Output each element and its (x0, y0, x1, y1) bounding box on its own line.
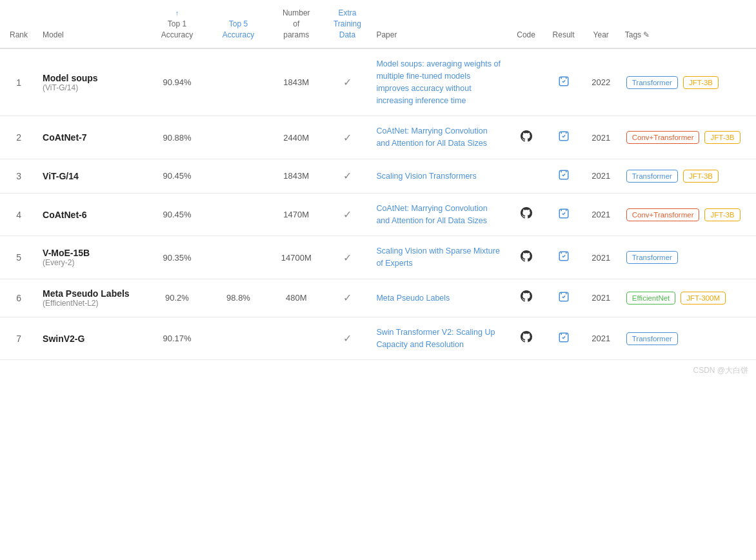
tag-badge[interactable]: JFT-300M (681, 292, 726, 305)
top1-label: Top 1Accuracy (152, 19, 203, 41)
github-icon[interactable] (521, 252, 532, 265)
tag-badge[interactable]: JFT-3B (683, 76, 719, 89)
params-cell: 1470M (269, 193, 323, 236)
col-header-top5[interactable]: Top 5Accuracy (208, 0, 269, 48)
model-cell: CoAtNet-6 (37, 193, 146, 236)
paper-cell[interactable]: Model soups: averaging weights of multip… (371, 48, 507, 116)
result-cell[interactable] (545, 116, 582, 159)
model-name: V-MoE-15B (43, 248, 90, 258)
github-icon[interactable] (521, 132, 532, 145)
code-cell[interactable] (508, 279, 545, 317)
params-cell: 2440M (269, 116, 323, 159)
top1-cell: 90.17% (146, 317, 208, 360)
result-cell[interactable] (545, 48, 582, 116)
tag-badge[interactable]: EfficientNet (626, 292, 676, 305)
rank-cell: 5 (0, 236, 37, 279)
code-cell[interactable] (508, 317, 545, 360)
tag-badge[interactable]: Transformer (626, 332, 678, 345)
model-cell: Model soups(ViT-G/14) (37, 48, 146, 116)
top5-cell: 98.8% (208, 279, 269, 317)
code-cell[interactable] (508, 116, 545, 159)
result-icon[interactable] (558, 253, 570, 264)
model-sub: (EfficientNet-L2) (43, 299, 141, 308)
table-row: 5V-MoE-15B(Every-2)90.35%14700M✓Scaling … (0, 236, 756, 279)
model-cell: CoAtNet-7 (37, 116, 146, 159)
tags-cell: TransformerJFT-3B (620, 48, 756, 116)
github-icon[interactable] (521, 292, 532, 305)
sort-up-arrow: ↑ (175, 9, 179, 17)
result-cell[interactable] (545, 159, 582, 193)
paper-cell[interactable]: Scaling Vision with Sparse Mixture of Ex… (371, 236, 507, 279)
github-icon[interactable] (521, 332, 532, 345)
params-cell: 1843M (269, 48, 323, 116)
tags-cell: TransformerJFT-3B (620, 159, 756, 193)
model-sub: (Every-2) (43, 258, 141, 267)
tag-badge[interactable]: JFT-3B (704, 131, 740, 144)
tag-badge[interactable]: Conv+Transformer (626, 208, 700, 221)
github-icon[interactable] (521, 208, 532, 221)
top1-cell: 90.94% (146, 48, 208, 116)
paper-cell[interactable]: Meta Pseudo Labels (371, 279, 507, 317)
code-cell[interactable] (508, 236, 545, 279)
result-cell[interactable] (545, 317, 582, 360)
model-name: Model soups (43, 73, 98, 83)
result-icon[interactable] (558, 210, 570, 221)
result-icon[interactable] (558, 172, 570, 183)
tag-badge[interactable]: Transformer (626, 170, 678, 183)
tag-badge[interactable]: JFT-3B (683, 170, 719, 183)
paper-link[interactable]: CoAtNet: Marrying Convolution and Attent… (376, 126, 487, 148)
result-icon[interactable] (558, 294, 570, 305)
paper-cell[interactable]: Scaling Vision Transformers (371, 159, 507, 193)
col-header-top1[interactable]: ↑ Top 1Accuracy (146, 0, 208, 48)
result-cell[interactable] (545, 279, 582, 317)
top5-cell (208, 193, 269, 236)
checkmark-icon: ✓ (343, 252, 352, 263)
year-cell: 2021 (582, 116, 620, 159)
paper-link[interactable]: Meta Pseudo Labels (376, 294, 450, 303)
paper-link[interactable]: Scaling Vision Transformers (376, 172, 476, 181)
rank-cell: 2 (0, 116, 37, 159)
result-icon[interactable] (558, 78, 570, 89)
top1-cell: 90.45% (146, 159, 208, 193)
paper-link[interactable]: Model soups: averaging weights of multip… (376, 59, 500, 105)
checkmark-icon: ✓ (343, 77, 352, 88)
col-header-result: Result (545, 0, 582, 48)
code-cell[interactable] (508, 193, 545, 236)
paper-link[interactable]: Scaling Vision with Sparse Mixture of Ex… (376, 246, 500, 268)
col-header-year: Year (582, 0, 620, 48)
top1-cell: 90.35% (146, 236, 208, 279)
result-icon[interactable] (558, 334, 570, 345)
leaderboard-table: Rank Model ↑ Top 1Accuracy Top 5Accuracy… (0, 0, 756, 360)
result-cell[interactable] (545, 193, 582, 236)
paper-cell[interactable]: CoAtNet: Marrying Convolution and Attent… (371, 193, 507, 236)
extra-cell: ✓ (323, 193, 371, 236)
result-icon[interactable] (558, 133, 570, 144)
tag-badge[interactable]: JFT-3B (704, 208, 740, 221)
rank-cell: 3 (0, 159, 37, 193)
top5-cell (208, 236, 269, 279)
extra-cell: ✓ (323, 116, 371, 159)
table-row: 2CoAtNet-790.88%2440M✓CoAtNet: Marrying … (0, 116, 756, 159)
params-cell: 480M (269, 279, 323, 317)
result-cell[interactable] (545, 236, 582, 279)
paper-cell[interactable]: CoAtNet: Marrying Convolution and Attent… (371, 116, 507, 159)
code-cell (508, 159, 545, 193)
tag-badge[interactable]: Transformer (626, 251, 678, 264)
tag-badge[interactable]: Transformer (626, 76, 678, 89)
col-header-extra: ExtraTrainingData (323, 0, 371, 48)
model-cell: V-MoE-15B(Every-2) (37, 236, 146, 279)
paper-cell[interactable]: Swin Transformer V2: Scaling Up Capacity… (371, 317, 507, 360)
table-row: 1Model soups(ViT-G/14)90.94%1843M✓Model … (0, 48, 756, 116)
table-header-row: Rank Model ↑ Top 1Accuracy Top 5Accuracy… (0, 0, 756, 48)
paper-link[interactable]: Swin Transformer V2: Scaling Up Capacity… (376, 328, 495, 349)
extra-cell: ✓ (323, 236, 371, 279)
tag-badge[interactable]: Conv+Transformer (626, 131, 700, 144)
rank-cell: 4 (0, 193, 37, 236)
col-header-params: Numberofparams (269, 0, 323, 48)
table-body: 1Model soups(ViT-G/14)90.94%1843M✓Model … (0, 48, 756, 360)
params-cell: 1843M (269, 159, 323, 193)
extra-cell: ✓ (323, 317, 371, 360)
top1-cell: 90.2% (146, 279, 208, 317)
table-row: 4CoAtNet-690.45%1470M✓CoAtNet: Marrying … (0, 193, 756, 236)
paper-link[interactable]: CoAtNet: Marrying Convolution and Attent… (376, 204, 487, 225)
